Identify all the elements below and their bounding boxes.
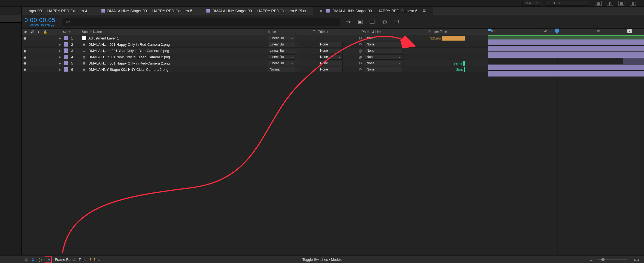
- preserve-transparency-toggle[interactable]: [296, 55, 301, 59]
- toggle-switches-modes-button[interactable]: Toggle Switches / Modes: [302, 258, 342, 262]
- label-color-chip[interactable]: [64, 42, 68, 47]
- layer-name[interactable]: DMALA H…r 001 Happy Only in Red-Camera 2…: [88, 42, 170, 47]
- comp-flowchart-icon[interactable]: [345, 18, 352, 25]
- blend-mode-dropdown[interactable]: Linear Bu⌄: [268, 54, 295, 60]
- composition-tab[interactable]: ×DMALA HNY Stager 001 - HAPPY RED-Camera…: [313, 7, 433, 15]
- video-column-icon[interactable]: ◉: [23, 30, 28, 34]
- current-time-indicator-head[interactable]: [555, 29, 559, 32]
- pickwhip-icon[interactable]: @: [358, 49, 362, 53]
- layer-row[interactable]: ◉▶4▤DMALA H…r 001 New Only in Green-Came…: [22, 54, 488, 60]
- parent-dropdown[interactable]: None⌄: [365, 36, 403, 41]
- blend-mode-dropdown[interactable]: Linear Bu⌄: [268, 61, 295, 66]
- layer-name[interactable]: DMALA H…r 001 New Only in Green-Camera 2…: [88, 55, 170, 59]
- toggle-modes-icon[interactable]: ⚙: [30, 257, 36, 262]
- blend-mode-dropdown[interactable]: Linear Bu⌄: [268, 42, 295, 47]
- draft3d-icon[interactable]: [357, 18, 364, 25]
- pickwhip-icon[interactable]: @: [358, 55, 362, 59]
- layer-row[interactable]: ◉▶5▤DMALA H…r 001 Happy Only in Red-Came…: [22, 60, 488, 66]
- composition-tab[interactable]: DMALA HNY Stager 001 - HAPPY RED-Camera …: [199, 7, 313, 15]
- composition-marker[interactable]: 2: [627, 29, 632, 33]
- label-color-chip[interactable]: [64, 55, 68, 59]
- parent-dropdown[interactable]: None⌄: [365, 67, 403, 72]
- panel-menu-icon[interactable]: ≡: [423, 8, 426, 14]
- parent-dropdown[interactable]: None⌄: [365, 61, 403, 66]
- zoom-dropdown[interactable]: 25%▼: [522, 1, 541, 6]
- pickwhip-icon[interactable]: @: [358, 42, 362, 47]
- layer-bar[interactable]: [623, 58, 644, 64]
- visibility-toggle[interactable]: ◉: [22, 68, 28, 72]
- parent-dropdown[interactable]: None⌄: [365, 54, 403, 60]
- layer-row[interactable]: ◉▶6▤DMALA HNY Stager 001 HNY Clear-Camer…: [22, 66, 488, 73]
- visibility-toggle[interactable]: ◉: [22, 49, 28, 53]
- motion-blur-icon[interactable]: [393, 18, 400, 25]
- lock-column-icon[interactable]: 🔒: [43, 30, 47, 34]
- blend-mode-dropdown[interactable]: Linear Bu⌄: [268, 48, 295, 53]
- pickwhip-icon[interactable]: @: [358, 68, 362, 72]
- trkmat-dropdown[interactable]: None⌄: [318, 42, 343, 47]
- visibility-toggle[interactable]: ◉: [22, 61, 28, 65]
- layer-bar[interactable]: [488, 52, 644, 58]
- label-color-chip[interactable]: [64, 36, 68, 40]
- zoom-out-icon[interactable]: ▴: [590, 258, 592, 262]
- source-name-column-header[interactable]: Source Name: [80, 30, 268, 34]
- resolution-dropdown[interactable]: Full▼: [547, 1, 590, 6]
- layer-name[interactable]: Adjustment Layer 1: [88, 36, 119, 40]
- layer-name[interactable]: DMALA H…er 001 Year Only in Blue-Camera …: [88, 49, 169, 53]
- viewer-icon-1[interactable]: ▦: [596, 1, 602, 6]
- parent-dropdown[interactable]: None⌄: [365, 48, 403, 53]
- preserve-transparency-toggle[interactable]: [296, 36, 301, 40]
- timeline-tracks-area[interactable]: [488, 35, 644, 255]
- brackets-icon[interactable]: { }: [38, 257, 43, 262]
- pickwhip-icon[interactable]: @: [358, 61, 362, 65]
- preserve-transparency-toggle[interactable]: [296, 42, 301, 47]
- label-color-chip[interactable]: [64, 48, 68, 53]
- layer-row[interactable]: ◉▶1Adjustment Layer 1Linear Bu⌄@None⌄315…: [22, 35, 488, 41]
- zoom-in-icon[interactable]: ▲▲: [633, 258, 640, 262]
- render-time-toggle-icon[interactable]: ◔: [45, 257, 51, 262]
- layer-bar[interactable]: [488, 46, 644, 51]
- toggle-switches-icon[interactable]: ⧉: [23, 257, 29, 262]
- blend-mode-dropdown[interactable]: Normal⌄: [268, 67, 295, 72]
- layer-row[interactable]: ◉▶3▤DMALA H…er 001 Year Only in Blue-Cam…: [22, 48, 488, 54]
- layer-search-input[interactable]: ⌕▾: [63, 18, 340, 26]
- preserve-transparency-toggle[interactable]: [296, 67, 301, 72]
- close-icon[interactable]: ×: [320, 9, 322, 13]
- twirl-icon[interactable]: ▶: [58, 62, 63, 65]
- preserve-transparency-toggle[interactable]: [296, 61, 301, 65]
- twirl-icon[interactable]: ▶: [58, 49, 63, 52]
- trkmat-dropdown[interactable]: None⌄: [318, 61, 343, 66]
- hides-shy-icon[interactable]: [369, 18, 376, 25]
- current-timecode[interactable]: 0:00:00:05: [24, 17, 55, 24]
- layer-bar[interactable]: [488, 71, 644, 77]
- trkmat-column-header[interactable]: TrkMat: [318, 30, 356, 34]
- mode-column-header[interactable]: Mode: [268, 30, 310, 34]
- solo-column-icon[interactable]: ●: [36, 30, 41, 34]
- timeline-zoom-slider[interactable]: [597, 259, 627, 260]
- layer-bar[interactable]: [488, 65, 644, 70]
- parent-dropdown[interactable]: None⌄: [365, 42, 403, 47]
- label-color-chip[interactable]: [64, 67, 68, 72]
- layer-name[interactable]: DMALA H…r 001 Happy Only in Red-Camera 2…: [88, 61, 170, 65]
- layer-row[interactable]: ▶2▤DMALA H…r 001 Happy Only in Red-Camer…: [22, 41, 488, 48]
- index-column-header[interactable]: #: [69, 30, 70, 34]
- trkmat-dropdown[interactable]: None⌄: [318, 67, 343, 72]
- audio-column-icon[interactable]: 🔊: [30, 30, 34, 34]
- composition-tab[interactable]: DMALA HNY Stager 001 - HAPPY RED-Camera …: [94, 7, 199, 15]
- twirl-icon[interactable]: ▶: [58, 56, 63, 59]
- twirl-icon[interactable]: ▶: [58, 68, 63, 71]
- composition-tab[interactable]: ager 001 - HAPPY RED-Camera 4: [22, 7, 94, 15]
- viewer-icon-2[interactable]: ◧: [607, 1, 613, 6]
- preserve-transparency-toggle[interactable]: [296, 48, 301, 53]
- layer-name[interactable]: DMALA HNY Stager 001 HNY Clear-Camera 2.…: [88, 68, 168, 72]
- trkmat-dropdown[interactable]: None⌄: [318, 48, 343, 53]
- parent-column-header[interactable]: Parent & Link: [356, 30, 423, 34]
- layer-bar[interactable]: [488, 39, 644, 45]
- t-column-header[interactable]: T: [310, 30, 318, 34]
- pickwhip-icon[interactable]: @: [358, 36, 362, 40]
- viewer-icon-3[interactable]: ⊞: [618, 1, 624, 6]
- time-ruler[interactable]: 2 :00f04f08f12f: [488, 29, 644, 35]
- blend-mode-dropdown[interactable]: Linear Bu⌄: [268, 36, 295, 41]
- visibility-toggle[interactable]: ◉: [22, 55, 28, 59]
- viewer-icon-4[interactable]: ⊟: [630, 1, 636, 6]
- twirl-icon[interactable]: ▶: [58, 37, 63, 40]
